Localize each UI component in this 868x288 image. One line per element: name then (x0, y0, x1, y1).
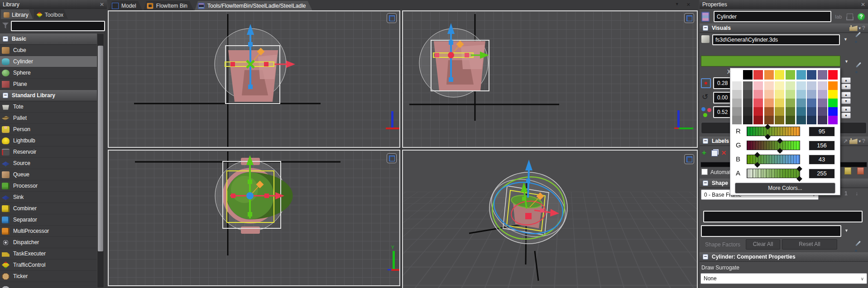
reset-all-button[interactable]: Reset All (782, 239, 837, 250)
properties-titlebar[interactable]: Properties ✕ (700, 0, 868, 9)
color-swatch[interactable] (828, 81, 838, 90)
frame-dropdown-icon[interactable]: ▼ (844, 228, 849, 233)
library-item-cylinder[interactable]: Cylinder (0, 56, 97, 67)
color-swatch[interactable] (775, 70, 784, 80)
gizmo-x-handle-2[interactable] (264, 194, 269, 198)
color-swatch[interactable] (818, 81, 827, 90)
chevron-down-icon[interactable]: ▾ (859, 139, 861, 143)
color-swatch[interactable] (796, 107, 806, 116)
duplicate-label-icon[interactable] (711, 150, 718, 156)
color-swatch[interactable] (743, 107, 753, 116)
color-swatch[interactable] (818, 99, 827, 107)
close-icon[interactable]: ✕ (100, 1, 104, 8)
color-swatch[interactable] (818, 116, 827, 124)
color-swatch[interactable] (828, 99, 838, 107)
draw-surrogate-select[interactable]: None ∨ (700, 273, 867, 284)
color-swatch[interactable] (732, 90, 742, 99)
library-scrollbar-thumb[interactable] (98, 46, 103, 251)
slider-thumb[interactable] (796, 166, 802, 172)
color-swatch[interactable] (775, 116, 784, 124)
gizmo-y-handle-2[interactable] (465, 53, 469, 57)
color-swatch[interactable] (764, 116, 774, 124)
gizmo-y-handle[interactable] (522, 197, 526, 201)
slider-thumb[interactable] (754, 162, 760, 168)
tree-view-icon[interactable] (847, 14, 853, 20)
gizmo-x-arrowhead[interactable] (286, 61, 295, 68)
size-z-spinner[interactable]: ▲▼ (841, 106, 851, 118)
library-item-ticker[interactable]: Ticker (0, 271, 97, 282)
color-swatch[interactable] (753, 107, 763, 116)
color-swatch[interactable] (786, 116, 795, 124)
add-label-icon[interactable]: + (702, 149, 706, 156)
rename-icon[interactable]: Iab (835, 14, 842, 19)
gizmo-y-handle-1[interactable] (435, 53, 439, 57)
clear-all-button[interactable]: Clear All (746, 239, 780, 250)
slider-thumb[interactable] (765, 124, 771, 130)
library-item-tote[interactable]: Tote (0, 101, 97, 113)
paste-values-icon[interactable] (857, 167, 864, 175)
collapse-icon[interactable]: − (703, 25, 708, 31)
gizmo-center-handle[interactable] (448, 52, 454, 58)
color-swatch[interactable] (807, 116, 816, 124)
collapse-icon[interactable]: − (3, 93, 8, 98)
slider-thumb[interactable] (777, 148, 783, 154)
doc-tab-tools[interactable]: Tools/FlowItemBin/SteelLadle/SteelLadle (195, 1, 312, 10)
color-swatch[interactable] (732, 116, 742, 124)
channel-value-field[interactable]: 156 (808, 140, 835, 151)
color-swatch[interactable] (753, 99, 763, 107)
gizmo-center-handle[interactable] (246, 192, 254, 199)
gizmo-x-handle-1[interactable] (231, 194, 235, 198)
channel-slider-r[interactable] (747, 127, 800, 136)
color-swatch[interactable] (796, 70, 806, 80)
frame-field-1[interactable] (703, 211, 863, 222)
library-tab-toolbox[interactable]: Toolbox (34, 9, 68, 19)
color-swatch[interactable] (764, 99, 774, 107)
color-swatch[interactable] (818, 70, 827, 80)
color-swatch[interactable] (743, 99, 753, 107)
automatic-checkbox[interactable] (701, 169, 708, 175)
position-z-spinner[interactable]: ▲▼ (841, 77, 851, 90)
shape-path-input[interactable] (712, 34, 840, 45)
color-swatch[interactable] (764, 90, 774, 99)
help-icon[interactable]: ? (858, 13, 865, 20)
edit-properties-icon[interactable] (849, 25, 858, 31)
library-item-queue[interactable]: Queue (0, 169, 97, 180)
gizmo-z-handle-1[interactable] (449, 40, 453, 45)
library-item-partial[interactable] (0, 282, 97, 288)
color-swatch[interactable] (764, 81, 774, 90)
color-swatch[interactable] (828, 70, 838, 80)
viewport-front[interactable] (108, 10, 400, 148)
visuals-section-header[interactable]: − Visuals ▾ ? (700, 24, 868, 33)
chevron-down-icon[interactable]: ▾ (859, 26, 861, 30)
color-swatch[interactable] (775, 99, 784, 107)
library-item-taskexecuter[interactable]: TaskExecuter (0, 248, 97, 260)
collapse-icon[interactable]: − (3, 36, 8, 42)
library-item-multiprocessor[interactable]: MultiProcessor (0, 226, 97, 237)
channel-slider-b[interactable] (747, 155, 800, 164)
color-swatch[interactable] (732, 99, 742, 107)
library-item-trafficcontrol[interactable]: TrafficControl (0, 260, 97, 271)
library-scrollbar[interactable] (97, 33, 104, 288)
color-swatch[interactable] (807, 81, 816, 90)
color-swatch[interactable] (753, 70, 763, 80)
library-item-person[interactable]: Person (0, 124, 97, 135)
color-swatch[interactable] (764, 107, 774, 116)
color-swatch[interactable] (828, 107, 838, 116)
viewport-perspective[interactable] (402, 150, 698, 288)
library-item-dispatcher[interactable]: Dispatcher (0, 237, 97, 248)
viewport-maximize-icon[interactable] (387, 153, 397, 163)
channel-slider-g[interactable] (747, 141, 800, 150)
color-swatch[interactable] (786, 99, 795, 107)
gizmo-center-handle[interactable] (525, 213, 532, 219)
shape-dropdown-icon[interactable]: ▼ (844, 37, 848, 42)
color-swatch[interactable] (807, 70, 816, 80)
color-swatch[interactable] (732, 81, 742, 90)
color-swatch[interactable] (786, 107, 795, 116)
library-item-plane[interactable]: Plane (0, 79, 97, 90)
color-swatch[interactable] (796, 99, 806, 107)
color-swatch[interactable] (807, 90, 816, 99)
color-swatch[interactable] (807, 107, 816, 116)
gizmo-x-handle-2[interactable] (264, 62, 269, 66)
channel-value-field[interactable]: 43 (808, 154, 835, 165)
color-swatch[interactable] (796, 81, 806, 90)
